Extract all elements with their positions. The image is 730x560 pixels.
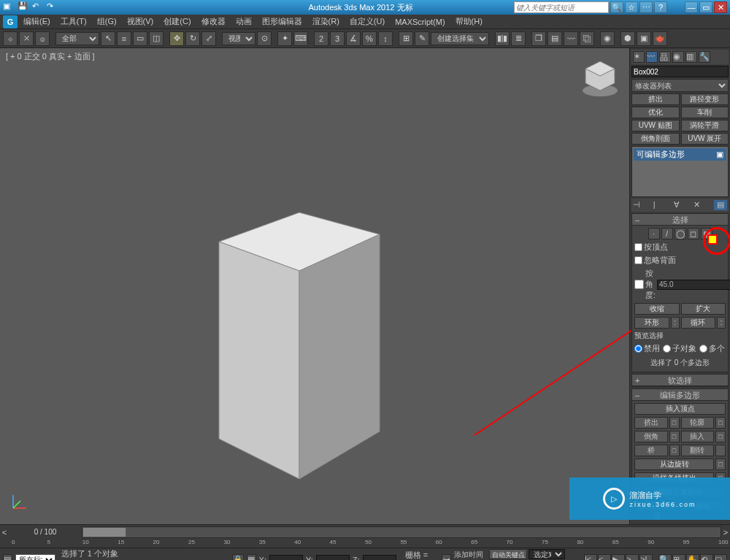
menu-help[interactable]: 帮助(H) — [451, 15, 487, 28]
play-icon[interactable]: ▶ — [612, 554, 625, 561]
goto-end-icon[interactable]: >| — [639, 554, 653, 561]
schematic-icon[interactable]: ⿻ — [580, 31, 594, 46]
modifier-stack[interactable]: 可编辑多边形▣ — [631, 146, 729, 197]
modifier-list-select[interactable]: 修改器列表 — [631, 79, 729, 92]
loop-button[interactable]: 循环 — [681, 317, 716, 329]
menu-edit[interactable]: 编辑(E) — [19, 15, 55, 28]
manip-icon[interactable]: ✦ — [277, 31, 292, 46]
flip-button[interactable]: 翻转 — [681, 445, 715, 456]
remove-mod-icon[interactable]: ✕ — [694, 200, 704, 210]
rotate-icon[interactable]: ↻ — [185, 31, 200, 46]
sel-lock-icon[interactable]: ⊞ — [399, 31, 413, 46]
modify-tab-icon[interactable]: 〰 — [646, 51, 658, 63]
create-tab-icon[interactable]: ✶ — [633, 51, 645, 63]
add-time-mark[interactable]: 添加时间标记 — [454, 550, 483, 561]
ring-spinner-icon[interactable]: : — [671, 317, 680, 329]
make-unique-icon[interactable]: ∀ — [674, 200, 684, 210]
menu-graph[interactable]: 图形编辑器 — [258, 15, 307, 28]
select-name-icon[interactable]: ≡ — [117, 31, 131, 46]
bevel-button[interactable]: 倒角 — [634, 431, 668, 442]
polygon-level-icon[interactable]: ◻ — [688, 228, 699, 239]
viewport[interactable]: [ + 0 正交 0 真实 + 边面 ] — [0, 48, 629, 524]
show-end-icon[interactable]: | — [653, 200, 664, 210]
bridge-button[interactable]: 桥 — [634, 445, 668, 456]
utilities-tab-icon[interactable]: 🔧 — [699, 51, 710, 63]
motion-tab-icon[interactable]: ◉ — [672, 51, 684, 63]
selection-filter-select[interactable]: 全部 — [55, 32, 99, 45]
viewport-label[interactable]: [ + 0 正交 0 真实 + 边面 ] — [6, 51, 95, 62]
by-vertex-checkbox[interactable] — [634, 243, 642, 251]
z-input[interactable] — [363, 555, 396, 561]
btn-unwrap-uvw[interactable]: UVW 展开 — [681, 133, 729, 145]
configure-icon[interactable]: ▤ — [714, 200, 727, 210]
loop-spinner-icon[interactable]: : — [717, 317, 726, 329]
hinge-button[interactable]: 从边旋转 — [634, 459, 714, 470]
move-icon[interactable]: ✥ — [169, 31, 184, 46]
close-button[interactable]: ✕ — [714, 1, 727, 13]
orbit-icon[interactable]: ⟲ — [700, 554, 713, 561]
opt-icon[interactable]: ⋯ — [639, 1, 653, 13]
curve-editor-icon[interactable]: 〰 — [564, 31, 578, 46]
snap-3d-icon[interactable]: 3 — [330, 31, 345, 46]
extrude-button[interactable]: 挤出 — [634, 417, 668, 429]
menu-view[interactable]: 视图(V) — [123, 15, 158, 28]
goto-start-icon[interactable]: |< — [584, 554, 597, 561]
edit-named-icon[interactable]: ✎ — [415, 31, 429, 46]
pan-icon[interactable]: ✋ — [686, 554, 699, 561]
mirror-icon[interactable]: ▮|▮ — [495, 31, 510, 46]
next-frame-icon[interactable]: > — [626, 554, 639, 561]
auto-key-button[interactable]: 自动关键点 — [489, 549, 527, 559]
zoom-all-icon[interactable]: ⊞ — [672, 554, 685, 561]
ref-coord-select[interactable]: 视图 — [222, 32, 256, 45]
outline-button[interactable]: 轮廓 — [681, 417, 715, 429]
y-input[interactable] — [316, 555, 350, 561]
minimize-button[interactable]: ― — [685, 1, 698, 13]
menu-animation[interactable]: 动画 — [231, 15, 256, 28]
insert-vertex-button[interactable]: 插入顶点 — [634, 403, 726, 415]
maximize-button[interactable]: ▭ — [699, 1, 712, 13]
btn-turbosmooth[interactable]: 涡轮平滑 — [681, 120, 729, 131]
preview-disable-radio[interactable] — [634, 345, 642, 353]
script-mini-listener-icon[interactable]: ▤ — [3, 554, 12, 561]
angle-snap-icon[interactable]: ∡ — [346, 31, 361, 46]
time-ruler[interactable] — [82, 526, 721, 538]
keyboard-icon[interactable]: ⌨ — [293, 31, 308, 46]
comm-icon[interactable]: ☆ — [625, 1, 638, 13]
unlink-icon[interactable]: ⤫ — [19, 31, 34, 46]
maximize-vp-icon[interactable]: ▢ — [714, 554, 727, 561]
link-icon[interactable]: ⟐ — [3, 31, 18, 46]
pin-stack-icon[interactable]: ⊣ — [633, 200, 643, 210]
angle-spinner[interactable] — [657, 280, 730, 290]
bind-icon[interactable]: ⌾ — [35, 31, 50, 46]
grow-button[interactable]: 扩大 — [681, 303, 726, 315]
rollout-title-edit-poly[interactable]: –编辑多边形 — [632, 389, 728, 401]
bevel-settings-icon[interactable]: □ — [669, 431, 680, 442]
hierarchy-tab-icon[interactable]: 品 — [659, 51, 671, 63]
search-input[interactable] — [514, 1, 609, 13]
btn-optimize[interactable]: 优化 — [631, 107, 680, 118]
save-icon[interactable]: 💾 — [18, 1, 29, 13]
product-logo-icon[interactable]: G — [3, 15, 18, 28]
object-name-input[interactable] — [631, 66, 729, 77]
btn-extrude[interactable]: 挤出 — [631, 93, 680, 105]
timeline-left-icon[interactable]: < — [0, 528, 9, 537]
btn-bevel-profile[interactable]: 倒角剖面 — [631, 133, 680, 145]
shrink-button[interactable]: 收缩 — [634, 303, 680, 315]
render-frame-icon[interactable]: ▣ — [637, 31, 651, 46]
layer-icon[interactable]: ❐ — [531, 31, 546, 46]
preview-subobj-radio[interactable] — [663, 345, 671, 353]
menu-create[interactable]: 创建(C) — [159, 15, 195, 28]
inset-settings-icon[interactable]: □ — [715, 431, 726, 442]
undo-icon[interactable]: ↶ — [32, 1, 44, 13]
isolate-icon[interactable]: ▦ — [247, 554, 256, 561]
key-target-select[interactable]: 选定对象 — [529, 549, 565, 559]
render-setup-icon[interactable]: ⬢ — [620, 31, 635, 46]
location-select[interactable]: 所在行: — [15, 554, 55, 561]
extrude-settings-icon[interactable]: □ — [669, 417, 680, 429]
help-icon[interactable]: 🔍 — [610, 1, 623, 13]
outline-settings-icon[interactable]: □ — [715, 417, 726, 429]
menu-render[interactable]: 渲染(R) — [308, 15, 344, 28]
menu-group[interactable]: 组(G) — [93, 15, 121, 28]
time-slider[interactable] — [82, 527, 126, 537]
timeline-right-icon[interactable]: > — [721, 528, 730, 537]
